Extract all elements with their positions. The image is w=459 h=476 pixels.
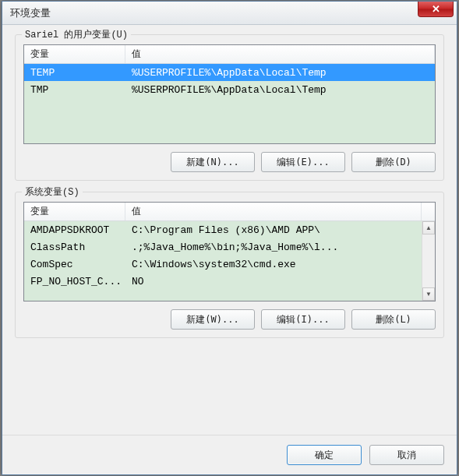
user-variables-table[interactable]: 变量 值 TEMP %USERPROFILE%\AppData\Local\Te… xyxy=(23,44,436,144)
system-scrollbar[interactable]: ▲ ▼ xyxy=(422,221,435,301)
table-row[interactable]: ComSpec C:\Windows\system32\cmd.exe xyxy=(24,256,422,273)
scroll-track[interactable] xyxy=(422,234,435,287)
close-icon: ✕ xyxy=(432,3,440,15)
scroll-down-button[interactable]: ▼ xyxy=(422,287,435,301)
system-table-rows: AMDAPPSDKROOT C:\Program Files (x86)\AMD… xyxy=(24,221,422,301)
cancel-button[interactable]: 取消 xyxy=(369,445,444,465)
user-table-rows: TEMP %USERPROFILE%\AppData\Local\Temp TM… xyxy=(24,64,435,143)
table-row[interactable]: ClassPath .;%Java_Home%\bin;%Java_Home%\… xyxy=(24,238,422,256)
system-delete-button[interactable]: 删除(L) xyxy=(351,309,436,330)
user-table-header: 变量 值 xyxy=(24,45,435,64)
cell-var: FP_NO_HOST_C... xyxy=(24,276,125,287)
user-col-value[interactable]: 值 xyxy=(125,45,435,63)
user-delete-button[interactable]: 删除(D) xyxy=(351,152,436,172)
cell-var: AMDAPPSDKROOT xyxy=(24,224,125,236)
system-col-value[interactable]: 值 xyxy=(125,203,422,220)
system-table-header: 变量 值 xyxy=(24,203,435,221)
user-table-body: TEMP %USERPROFILE%\AppData\Local\Temp TM… xyxy=(24,64,435,143)
cell-var: TMP xyxy=(24,84,125,96)
user-col-variable[interactable]: 变量 xyxy=(24,45,125,63)
user-variables-group: Sariel 的用户变量(U) 变量 值 TEMP %USERPROFILE%\… xyxy=(15,34,444,181)
system-buttons-row: 新建(W)... 编辑(I)... 删除(L) xyxy=(23,309,436,330)
system-edit-button[interactable]: 编辑(I)... xyxy=(261,309,345,330)
cell-val: %USERPROFILE%\AppData\Local\Temp xyxy=(125,84,435,96)
cell-val: %USERPROFILE%\AppData\Local\Temp xyxy=(125,67,435,79)
ok-button[interactable]: 确定 xyxy=(287,445,362,465)
window-title: 环境变量 xyxy=(10,6,51,20)
dialog-content: Sariel 的用户变量(U) 变量 值 TEMP %USERPROFILE%\… xyxy=(2,25,457,435)
system-new-button[interactable]: 新建(W)... xyxy=(171,309,255,330)
cell-var: TEMP xyxy=(24,67,125,79)
cell-val: C:\Program Files (x86)\AMD APP\ xyxy=(125,224,422,236)
table-row[interactable]: FP_NO_HOST_C... NO xyxy=(24,273,422,290)
table-row[interactable]: AMDAPPSDKROOT C:\Program Files (x86)\AMD… xyxy=(24,221,422,238)
cell-val: .;%Java_Home%\bin;%Java_Home%\l... xyxy=(125,242,422,253)
chevron-up-icon: ▲ xyxy=(425,224,432,231)
system-col-variable[interactable]: 变量 xyxy=(24,203,125,220)
user-buttons-row: 新建(N)... 编辑(E)... 删除(D) xyxy=(23,152,436,172)
cell-var: ComSpec xyxy=(24,259,125,270)
scroll-header-spacer xyxy=(422,203,435,220)
table-row[interactable]: TMP %USERPROFILE%\AppData\Local\Temp xyxy=(24,81,435,98)
cell-val: NO xyxy=(125,276,422,287)
system-variables-label: 系统变量(S) xyxy=(22,185,83,199)
dialog-footer: 确定 取消 xyxy=(2,435,457,474)
system-table-body: AMDAPPSDKROOT C:\Program Files (x86)\AMD… xyxy=(24,221,435,301)
environment-variables-window: 环境变量 ✕ Sariel 的用户变量(U) 变量 值 TEMP %USERPR… xyxy=(2,1,457,475)
cell-val: C:\Windows\system32\cmd.exe xyxy=(125,259,422,270)
system-variables-table[interactable]: 变量 值 AMDAPPSDKROOT C:\Program Files (x86… xyxy=(23,202,436,301)
user-edit-button[interactable]: 编辑(E)... xyxy=(261,152,345,172)
close-button[interactable]: ✕ xyxy=(418,2,454,17)
table-row[interactable]: TEMP %USERPROFILE%\AppData\Local\Temp xyxy=(24,64,435,81)
chevron-down-icon: ▼ xyxy=(425,291,432,298)
user-variables-label: Sariel 的用户变量(U) xyxy=(22,28,131,41)
system-variables-group: 系统变量(S) 变量 值 AMDAPPSDKROOT C:\Program Fi… xyxy=(15,192,444,338)
cell-var: ClassPath xyxy=(24,242,125,253)
user-new-button[interactable]: 新建(N)... xyxy=(171,152,255,172)
titlebar[interactable]: 环境变量 ✕ xyxy=(2,2,457,25)
scroll-up-button[interactable]: ▲ xyxy=(422,221,435,234)
